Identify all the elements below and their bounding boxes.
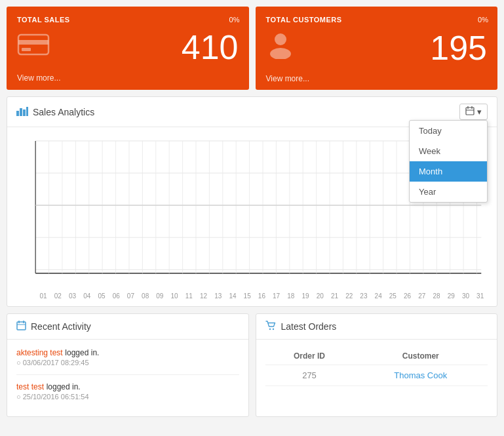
latest-orders-header: Latest Orders: [256, 314, 497, 340]
svg-rect-7: [23, 109, 26, 116]
total-customers-card: TOTAL CUSTOMERS 0% 195 View more...: [256, 7, 498, 90]
svg-point-3: [275, 33, 286, 45]
x-label-02: 02: [50, 292, 65, 300]
sales-analytics-title: Sales Analytics: [16, 106, 94, 119]
col-order-id: Order ID: [265, 347, 354, 365]
x-label-07: 07: [123, 292, 138, 300]
x-label-19: 19: [298, 292, 313, 300]
customers-card-body: 195: [266, 30, 488, 65]
x-label-08: 08: [138, 292, 153, 300]
x-label-11: 11: [182, 292, 196, 300]
latest-orders-title: Latest Orders: [265, 321, 337, 332]
x-label-28: 28: [429, 292, 444, 300]
x-label-29: 29: [444, 292, 458, 300]
activity-action-0: logged in.: [65, 348, 99, 357]
x-label-21: 21: [327, 292, 341, 300]
customers-card-number: 195: [430, 31, 487, 65]
latest-orders-body: Order ID Customer 275 Thomas Cook: [256, 340, 497, 394]
svg-point-4: [270, 48, 291, 59]
chart-icon: [16, 106, 28, 119]
orders-table-body: 275 Thomas Cook: [265, 365, 488, 386]
x-label-13: 13: [211, 292, 225, 300]
filter-week[interactable]: Week: [410, 141, 487, 161]
filter-today[interactable]: Today: [410, 121, 487, 141]
activity-user-0[interactable]: aktesting test: [16, 348, 63, 357]
svg-rect-9: [466, 108, 474, 115]
x-label-25: 25: [385, 292, 400, 300]
x-label-12: 12: [196, 292, 210, 300]
sales-analytics-panel: Sales Analytics ▾ Today: [7, 96, 497, 307]
recent-activity-panel: Recent Activity aktesting test logged in…: [7, 313, 249, 417]
calendar-activity-icon: [16, 321, 26, 332]
x-label-17: 17: [269, 292, 284, 300]
activity-item-1: test test logged in. ○ 25/10/2016 06:51:…: [16, 382, 239, 401]
person-icon: [266, 30, 295, 65]
x-label-14: 14: [225, 292, 240, 300]
activity-line-1: test test logged in.: [16, 382, 239, 391]
customer-name-cell[interactable]: Thomas Cook: [354, 365, 488, 386]
x-label-23: 23: [357, 292, 371, 300]
stat-cards: TOTAL SALES 0% 410 View more... TOTAL CU…: [7, 7, 497, 90]
activity-action-1: logged in.: [47, 382, 81, 391]
sales-card-title: TOTAL SALES: [17, 16, 239, 24]
x-label-27: 27: [415, 292, 429, 300]
svg-rect-2: [22, 48, 31, 51]
total-sales-card: TOTAL SALES 0% 410 View more...: [7, 7, 249, 90]
customers-view-more-link[interactable]: View more...: [266, 74, 488, 83]
customers-card-percent: 0%: [478, 16, 488, 24]
orders-table-header: Order ID Customer: [265, 347, 488, 365]
svg-point-58: [269, 328, 270, 330]
latest-orders-panel: Latest Orders Order ID Customer 275 Thom: [256, 313, 498, 417]
x-label-18: 18: [284, 292, 298, 300]
x-label-31: 31: [473, 292, 488, 300]
recent-activity-header: Recent Activity: [7, 314, 248, 340]
recent-activity-label: Recent Activity: [31, 321, 91, 332]
calendar-icon: [465, 106, 475, 117]
activity-time-0: ○ 03/06/2017 08:29:45: [16, 359, 239, 367]
activity-time-1: ○ 25/10/2016 06:51:54: [16, 393, 239, 401]
bottom-panels: Recent Activity aktesting test logged in…: [7, 313, 497, 424]
x-label-10: 10: [167, 292, 182, 300]
x-label-06: 06: [109, 292, 123, 300]
recent-activity-body: aktesting test logged in. ○ 03/06/2017 0…: [7, 340, 248, 416]
sales-card-percent: 0%: [229, 16, 240, 24]
sales-card-body: 410: [17, 30, 239, 64]
x-label-24: 24: [371, 292, 385, 300]
svg-rect-8: [26, 107, 28, 116]
activity-line-0: aktesting test logged in.: [16, 347, 239, 357]
x-label-20: 20: [313, 292, 327, 300]
svg-point-59: [272, 328, 273, 330]
svg-rect-54: [17, 322, 26, 330]
x-label-04: 04: [80, 292, 94, 300]
sales-analytics-header: Sales Analytics ▾ Today: [7, 97, 497, 127]
activity-divider: [16, 374, 239, 375]
latest-orders-label: Latest Orders: [281, 321, 337, 332]
activity-item-0: aktesting test logged in. ○ 03/06/2017 0…: [16, 347, 239, 367]
customers-card-title: TOTAL CUSTOMERS: [266, 16, 488, 24]
recent-activity-title: Recent Activity: [16, 321, 91, 332]
chart-filter-button[interactable]: ▾: [459, 104, 488, 120]
dropdown-arrow-icon: ▾: [477, 107, 482, 117]
clock-icon-1: ○: [16, 393, 21, 401]
table-row: 275 Thomas Cook: [265, 365, 488, 386]
x-label-30: 30: [458, 292, 473, 300]
sales-analytics-label: Sales Analytics: [33, 107, 94, 117]
svg-rect-6: [20, 108, 22, 116]
sales-view-more-link[interactable]: View more...: [17, 73, 239, 83]
activity-user-1[interactable]: test test: [16, 382, 44, 391]
svg-rect-5: [16, 111, 19, 116]
orders-table: Order ID Customer 275 Thomas Cook: [265, 347, 488, 386]
x-label-22: 22: [342, 292, 357, 300]
sales-card-number: 410: [182, 30, 239, 64]
svg-rect-1: [18, 40, 48, 45]
x-axis-labels: 01 02 03 04 05 06 07 08 09 10 11 12 13 1…: [16, 291, 488, 302]
cart-icon: [265, 321, 277, 332]
dashboard: TOTAL SALES 0% 410 View more... TOTAL CU…: [0, 0, 504, 430]
filter-month[interactable]: Month: [410, 161, 487, 182]
x-label-03: 03: [65, 292, 79, 300]
col-customer: Customer: [354, 347, 488, 365]
x-label-09: 09: [153, 292, 167, 300]
chart-filter-dropdown: Today Week Month Year: [409, 120, 488, 203]
filter-year[interactable]: Year: [410, 182, 487, 202]
x-label-26: 26: [400, 292, 414, 300]
